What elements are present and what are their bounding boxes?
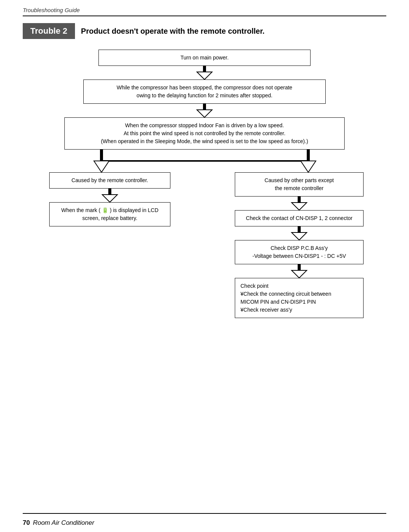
svg-rect-6 xyxy=(307,150,310,161)
svg-rect-5 xyxy=(100,160,310,162)
box-right-4: Check point ¥Check the connecting circui… xyxy=(235,278,364,318)
split-section: Caused by the remote controller. When th… xyxy=(27,172,382,318)
svg-marker-10 xyxy=(102,195,117,202)
svg-rect-15 xyxy=(298,264,301,270)
box-3: When the compressor stopped Indoor Fan i… xyxy=(64,117,345,150)
box-left-1: Caused by the remote controller. xyxy=(49,172,170,189)
svg-rect-2 xyxy=(203,104,206,110)
svg-rect-0 xyxy=(203,66,206,72)
svg-rect-9 xyxy=(108,189,111,195)
trouble-heading: Product doesn't operate with the remote … xyxy=(81,27,265,36)
svg-marker-8 xyxy=(301,161,316,172)
flowchart: Turn on main power. While the compressor… xyxy=(23,50,386,513)
battery-icon: 🔋 xyxy=(102,207,108,213)
branch-container xyxy=(27,150,382,172)
svg-rect-13 xyxy=(298,226,301,232)
page-footer: 70 Room Air Conditioner xyxy=(23,513,386,532)
trouble-badge: Trouble 2 xyxy=(23,23,75,39)
arrow-1 xyxy=(195,66,214,80)
box-1: Turn on main power. xyxy=(98,50,311,66)
arrow-right-3 xyxy=(290,264,308,278)
svg-marker-14 xyxy=(292,232,307,240)
footer-text: Room Air Conditioner xyxy=(33,519,94,527)
box-2: While the compressor has been stopped, t… xyxy=(83,80,326,104)
box-right-2: Check the contact of CN-DISP 1, 2 connec… xyxy=(235,210,364,226)
page-header: Troubleshooting Guide xyxy=(23,0,386,16)
svg-rect-11 xyxy=(298,197,301,203)
footer-page-number: 70 xyxy=(23,519,30,527)
arrow-right-1 xyxy=(290,197,308,210)
arrow-2 xyxy=(195,104,214,117)
svg-marker-3 xyxy=(197,110,212,117)
arrow-right-2 xyxy=(290,226,308,240)
box-left-2: When the mark ( 🔋 ) is displayed in LCD … xyxy=(49,202,170,226)
title-row: Trouble 2 Product doesn't operate with t… xyxy=(23,23,386,39)
left-column: Caused by the remote controller. When th… xyxy=(27,172,193,226)
branch-svg xyxy=(27,150,382,172)
svg-rect-4 xyxy=(100,150,103,161)
box-right-3: Check DISP P.C.B Ass'y -Voltage between … xyxy=(235,240,364,264)
header-title: Troubleshooting Guide xyxy=(23,7,80,13)
svg-marker-12 xyxy=(292,203,307,210)
svg-marker-1 xyxy=(197,72,212,80)
box-right-1: Caused by other parts except the remote … xyxy=(235,172,364,197)
arrow-left-1 xyxy=(101,189,119,202)
svg-marker-7 xyxy=(94,161,109,172)
svg-marker-16 xyxy=(292,270,307,278)
right-column: Caused by other parts except the remote … xyxy=(216,172,382,318)
